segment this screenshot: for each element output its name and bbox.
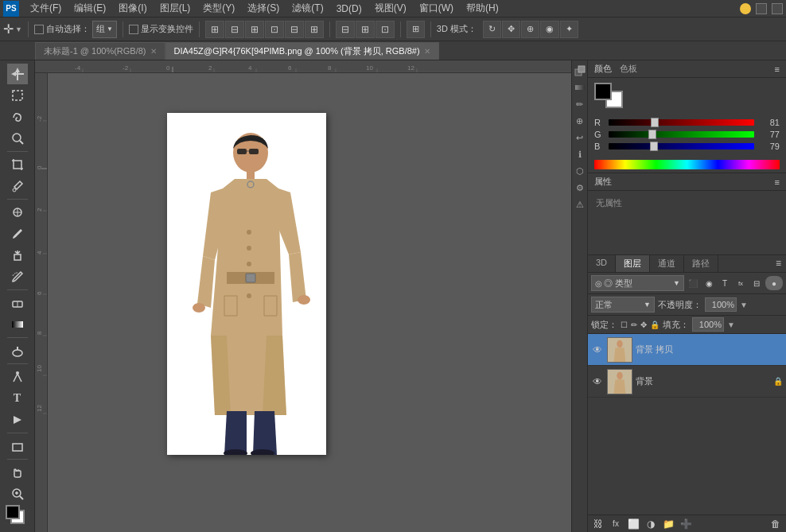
canvas-workspace[interactable]: [48, 73, 571, 532]
layers-filter-btn3[interactable]: T: [718, 276, 732, 290]
tool-gradient[interactable]: [7, 314, 28, 335]
tool-clone-stamp[interactable]: [7, 245, 28, 266]
align-bottom-btn[interactable]: ⊞: [305, 21, 324, 38]
layers-panel-menu[interactable]: ≡: [771, 255, 786, 272]
dist-3-btn[interactable]: ⊡: [375, 21, 395, 38]
auto-select-dropdown[interactable]: 组: [92, 21, 117, 38]
color-panel-menu[interactable]: ≡: [775, 64, 780, 74]
layers-tab-channels[interactable]: 通道: [650, 255, 684, 272]
tool-healing[interactable]: [7, 202, 28, 223]
tool-text[interactable]: T: [7, 388, 28, 409]
layer-item-copy[interactable]: 👁 背景 拷贝: [588, 334, 786, 366]
fill-input[interactable]: [692, 317, 724, 332]
layers-filter-btn5[interactable]: ⊟: [749, 276, 764, 290]
blend-mode-select[interactable]: 正常 ▼: [591, 297, 655, 313]
side-brush-icon[interactable]: ✏: [573, 97, 587, 111]
tool-shape[interactable]: [7, 436, 28, 456]
align-middle-btn[interactable]: ⊟: [285, 21, 304, 38]
layers-tab-3d[interactable]: 3D: [588, 255, 616, 272]
g-slider-thumb[interactable]: [648, 130, 656, 139]
layers-filter-btn4[interactable]: fx: [733, 276, 748, 290]
lock-move-icon[interactable]: ✥: [640, 320, 647, 329]
menu-layer[interactable]: 图层(L): [154, 0, 197, 17]
tool-crop[interactable]: [7, 154, 28, 175]
layers-filter-btn2[interactable]: ◉: [702, 276, 716, 290]
menu-view[interactable]: 视图(V): [368, 0, 413, 17]
menu-help[interactable]: 帮助(H): [460, 0, 505, 17]
grid-btn[interactable]: ⊞: [407, 21, 425, 38]
tab-untitled-close[interactable]: ✕: [150, 47, 157, 56]
menu-3d[interactable]: 3D(D): [330, 2, 368, 16]
tool-pen[interactable]: [7, 367, 28, 387]
b-slider-track[interactable]: [609, 143, 754, 150]
side-gradient-icon[interactable]: [573, 80, 587, 95]
lock-check-icon[interactable]: ☐: [621, 320, 628, 329]
opacity-dropdown-icon[interactable]: ▼: [740, 301, 748, 309]
align-left-btn[interactable]: ⊞: [205, 21, 224, 38]
3d-rotate-btn[interactable]: ↻: [483, 21, 501, 38]
side-properties-icon[interactable]: ℹ: [573, 147, 587, 161]
layer-link-btn[interactable]: ⛓: [591, 517, 605, 531]
tool-zoom[interactable]: [7, 483, 28, 504]
tool-history-brush[interactable]: [7, 266, 28, 287]
opacity-input[interactable]: [705, 297, 737, 312]
layers-type-filter[interactable]: ◎ ◎ 类型 ▼: [591, 275, 684, 291]
menu-edit[interactable]: 编辑(E): [68, 0, 112, 17]
transform-checkbox[interactable]: [129, 25, 138, 34]
r-slider-track[interactable]: [609, 119, 754, 126]
fill-dropdown-icon[interactable]: ▼: [727, 320, 735, 329]
layer-item-bg[interactable]: 👁 背景 🔒: [588, 366, 786, 398]
side-3d-icon[interactable]: ⬡: [573, 164, 587, 178]
fg-color-swatch-panel[interactable]: [594, 83, 612, 100]
color-panel-tab2[interactable]: 色板: [620, 63, 637, 75]
props-panel-menu[interactable]: ≡: [775, 177, 780, 187]
menu-window[interactable]: 窗口(W): [413, 0, 460, 17]
3d-light-btn[interactable]: ✦: [560, 21, 578, 38]
move-tool-icon[interactable]: ✛: [3, 21, 14, 37]
auto-select-checkbox[interactable]: [34, 25, 44, 34]
align-center-btn[interactable]: ⊟: [225, 21, 244, 38]
tool-lasso[interactable]: [7, 107, 28, 127]
dist-v-btn[interactable]: ⊞: [356, 21, 375, 38]
layer-new-btn[interactable]: ➕: [679, 517, 693, 531]
layer-visibility-bg[interactable]: 👁: [591, 375, 604, 388]
tool-quick-select[interactable]: [7, 128, 28, 149]
dist-h-btn[interactable]: ⊟: [336, 21, 355, 38]
layers-filter-toggle[interactable]: ●: [765, 276, 783, 290]
tool-eraser[interactable]: [7, 293, 28, 313]
layer-group-btn[interactable]: 📁: [661, 517, 675, 531]
r-slider-thumb[interactable]: [651, 118, 659, 127]
menu-file[interactable]: 文件(F): [24, 0, 68, 17]
layers-tab-layers[interactable]: 图层: [616, 255, 650, 272]
side-clone-icon[interactable]: ⊕: [573, 114, 587, 128]
side-settings-icon[interactable]: ⚙: [573, 181, 587, 195]
menu-image[interactable]: 图像(I): [112, 0, 153, 17]
side-color-icon[interactable]: [573, 64, 587, 78]
layer-fx-btn[interactable]: fx: [609, 517, 623, 531]
tool-path-select[interactable]: [7, 410, 28, 430]
tab-untitled[interactable]: 未标题-1 @ 100%(RGB/8) ✕: [35, 42, 165, 60]
fg-color-swatch[interactable]: [6, 505, 20, 519]
tool-hand[interactable]: [7, 462, 28, 483]
g-slider-track[interactable]: [609, 131, 754, 138]
menu-select[interactable]: 选择(S): [241, 0, 286, 17]
layer-mask-btn[interactable]: ⬜: [626, 517, 640, 531]
layers-tab-paths[interactable]: 路径: [684, 255, 718, 272]
layer-adj-btn[interactable]: ◑: [644, 517, 658, 531]
b-slider-thumb[interactable]: [650, 142, 658, 151]
tool-brush[interactable]: [7, 223, 28, 244]
tab-main[interactable]: DIA45Z@G]R4{76K[94PIMB.png @ 100% (背景 拷贝…: [165, 42, 439, 60]
side-warning-icon[interactable]: ⚠: [573, 197, 587, 212]
align-top-btn[interactable]: ⊡: [265, 21, 284, 38]
3d-zoom-btn[interactable]: ⊕: [521, 21, 539, 38]
tool-move[interactable]: [7, 64, 28, 84]
tab-main-close[interactable]: ✕: [424, 47, 430, 56]
lock-draw-icon[interactable]: ✏: [631, 320, 637, 329]
tool-dodge[interactable]: [7, 340, 28, 361]
3d-pan-btn[interactable]: ✥: [502, 21, 520, 38]
close-btn[interactable]: [772, 3, 783, 14]
tool-marquee[interactable]: [7, 85, 28, 106]
menu-type[interactable]: 类型(Y): [196, 0, 241, 17]
tool-eyedropper[interactable]: [7, 176, 28, 196]
layer-visibility-copy[interactable]: 👁: [591, 344, 604, 356]
